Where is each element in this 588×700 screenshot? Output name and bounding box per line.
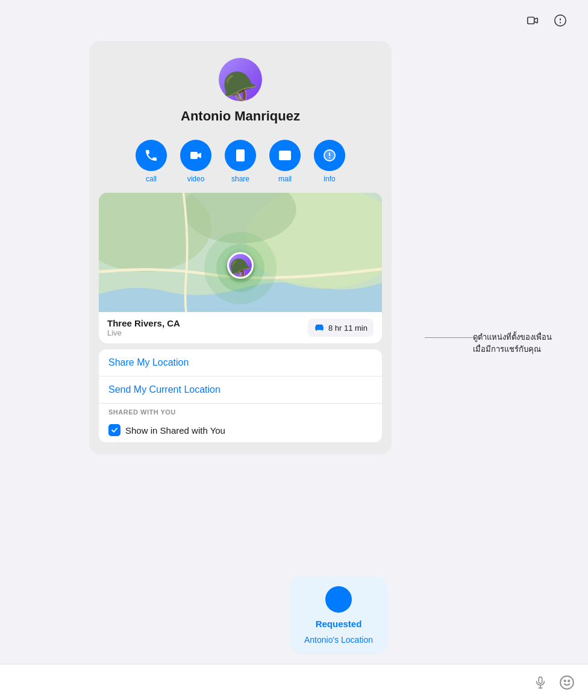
svg-point-12 — [560, 676, 574, 689]
mail-label: mail — [278, 175, 292, 183]
avatar-emoji: 🪖 — [222, 72, 258, 101]
svg-point-13 — [565, 680, 566, 681]
bubble-subtitle: Antonio's Location — [304, 635, 373, 645]
send-current-location-item[interactable]: Send My Current Location — [99, 377, 382, 404]
svg-rect-11 — [539, 677, 542, 683]
video-button[interactable] — [180, 140, 211, 171]
drive-info: 8 hr 11 min — [308, 319, 374, 337]
svg-point-14 — [568, 680, 569, 681]
shared-with-you-header: SHARED WITH YOU — [99, 404, 382, 418]
svg-rect-3 — [236, 149, 245, 161]
emoji-button[interactable] — [558, 673, 576, 692]
tooltip-line — [425, 337, 473, 338]
share-button[interactable] — [225, 140, 256, 171]
info-btn-wrap[interactable]: info — [314, 140, 345, 183]
info-label: info — [324, 175, 335, 183]
info-button[interactable] — [551, 11, 570, 30]
call-button[interactable] — [136, 140, 167, 171]
microphone-button[interactable] — [531, 673, 549, 692]
tooltip-text: ดูตำแหน่งที่ตั้งของเพื่อนเมื่อมีการแชร์ก… — [473, 331, 552, 355]
shared-checkbox[interactable] — [108, 424, 120, 436]
location-bar: Three Rivers, CA Live 8 hr 11 min — [99, 312, 382, 343]
map-pin: 🪖 — [227, 252, 254, 279]
avatar: 🪖 — [219, 58, 262, 101]
mail-button[interactable] — [269, 140, 301, 171]
call-label: call — [146, 175, 157, 183]
drive-time: 8 hr 11 min — [328, 323, 367, 333]
location-request-bubble: Requested Antonio's Location — [290, 577, 387, 654]
location-name: Three Rivers, CA — [107, 318, 180, 328]
location-menu: Share My Location Send My Current Locati… — [99, 349, 382, 442]
video-label: video — [187, 175, 205, 183]
share-my-location-item[interactable]: Share My Location — [99, 349, 382, 377]
shared-label: Show in Shared with You — [125, 425, 225, 436]
top-bar — [523, 11, 570, 30]
share-label: share — [231, 175, 249, 183]
location-sub: Live — [107, 328, 180, 337]
info-action-button[interactable] — [314, 140, 345, 171]
contact-panel: 🪖 Antonio Manriquez call video — [89, 41, 392, 454]
video-button-wrap[interactable]: video — [180, 140, 211, 183]
call-button-wrap[interactable]: call — [136, 140, 167, 183]
map-view[interactable]: 🪖 Three Rivers, CA Live 8 hr 11 min — [99, 193, 382, 343]
tooltip-annotation: ดูตำแหน่งที่ตั้งของเพื่อนเมื่อมีการแชร์ก… — [425, 331, 552, 355]
share-button-wrap[interactable]: share — [225, 140, 256, 183]
show-in-shared-row[interactable]: Show in Shared with You — [99, 418, 382, 442]
action-buttons-row: call video share — [89, 134, 392, 193]
contact-header: 🪖 Antonio Manriquez — [89, 41, 392, 134]
mail-button-wrap[interactable]: mail — [269, 140, 301, 183]
bubble-title: Requested — [316, 619, 362, 629]
svg-rect-4 — [279, 151, 291, 160]
video-call-button[interactable] — [523, 11, 542, 30]
contact-name: Antonio Manriquez — [181, 108, 300, 124]
bubble-dot — [325, 586, 352, 613]
input-bar — [0, 664, 588, 700]
